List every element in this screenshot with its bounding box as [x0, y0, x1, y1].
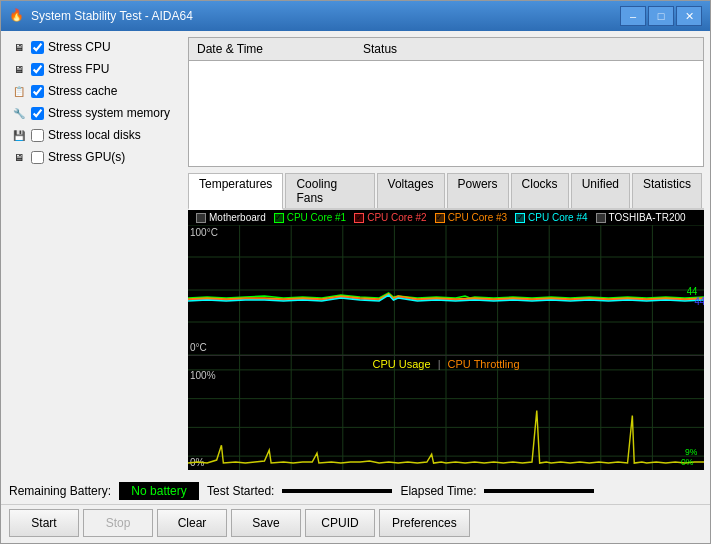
start-button[interactable]: Start [9, 509, 79, 537]
main-content: 🖥 Stress CPU 🖥 Stress FPU 📋 Stress cache… [1, 31, 710, 476]
cpu-usage-title: CPU Usage | CPU Throttling [373, 358, 520, 370]
chart-area: Motherboard ✓ CPU Core #1 ✓ CPU Core #2 [188, 210, 704, 470]
legend-core2-check: ✓ [354, 213, 364, 223]
memory-icon: 🔧 [11, 105, 27, 121]
legend-core4-label: CPU Core #4 [528, 212, 587, 223]
stress-cpu-label: Stress CPU [48, 40, 111, 54]
tab-voltages[interactable]: Voltages [377, 173, 445, 208]
legend-core1-label: CPU Core #1 [287, 212, 346, 223]
cpu-usage-chart-svg: 9% 0% [188, 356, 704, 470]
test-started-label: Test Started: [207, 484, 274, 498]
tab-unified[interactable]: Unified [571, 173, 630, 208]
stress-cpu-checkbox[interactable] [31, 41, 44, 54]
battery-value: No battery [119, 482, 199, 500]
button-bar: Start Stop Clear Save CPUID Preferences [1, 504, 710, 543]
save-button[interactable]: Save [231, 509, 301, 537]
stop-button[interactable]: Stop [83, 509, 153, 537]
cpu-usage-chart-wrapper: CPU Usage | CPU Throttling 100% 0% [188, 355, 704, 470]
test-started-value [282, 489, 392, 493]
temperature-chart-svg: 44 44 [188, 225, 704, 355]
svg-text:44: 44 [694, 296, 704, 307]
legend-toshiba: TOSHIBA-TR200 [596, 212, 686, 223]
stress-gpu-checkbox[interactable] [31, 151, 44, 164]
title-bar: 🔥 System Stability Test - AIDA64 – □ ✕ [1, 1, 710, 31]
cpu-icon: 🖥 [11, 39, 27, 55]
separator: | [438, 358, 441, 370]
elapsed-value [484, 489, 594, 493]
stress-cpu-item: 🖥 Stress CPU [7, 37, 182, 57]
status-table-header: Date & Time Status [189, 38, 703, 61]
window-title: System Stability Test - AIDA64 [31, 9, 620, 23]
tab-bar: Temperatures Cooling Fans Voltages Power… [188, 173, 704, 210]
legend-core2: ✓ CPU Core #2 [354, 212, 426, 223]
cpuid-button[interactable]: CPUID [305, 509, 375, 537]
window-controls: – □ ✕ [620, 6, 702, 26]
stress-fpu-checkbox[interactable] [31, 63, 44, 76]
svg-text:9%: 9% [685, 447, 698, 457]
legend-motherboard-label: Motherboard [209, 212, 266, 223]
close-button[interactable]: ✕ [676, 6, 702, 26]
cache-icon: 📋 [11, 83, 27, 99]
battery-label: Remaining Battery: [9, 484, 111, 498]
clear-button[interactable]: Clear [157, 509, 227, 537]
tab-powers[interactable]: Powers [447, 173, 509, 208]
disk-icon: 💾 [11, 127, 27, 143]
preferences-button[interactable]: Preferences [379, 509, 470, 537]
status-column-header: Status [363, 42, 397, 56]
tabs-section: Temperatures Cooling Fans Voltages Power… [188, 173, 704, 470]
main-window: 🔥 System Stability Test - AIDA64 – □ ✕ 🖥… [0, 0, 711, 544]
stress-disks-item: 💾 Stress local disks [7, 125, 182, 145]
right-panel: Date & Time Status Temperatures Cooling … [188, 37, 704, 470]
stress-disks-checkbox[interactable] [31, 129, 44, 142]
gpu-icon: 🖥 [11, 149, 27, 165]
app-icon: 🔥 [9, 8, 25, 24]
bottom-status-bar: Remaining Battery: No battery Test Start… [1, 476, 710, 504]
legend-core1: ✓ CPU Core #1 [274, 212, 346, 223]
stress-fpu-label: Stress FPU [48, 62, 109, 76]
temperature-legend: Motherboard ✓ CPU Core #1 ✓ CPU Core #2 [188, 210, 704, 225]
legend-toshiba-check [596, 213, 606, 223]
legend-core3: ✓ CPU Core #3 [435, 212, 507, 223]
stress-cache-label: Stress cache [48, 84, 117, 98]
tab-statistics[interactable]: Statistics [632, 173, 702, 208]
fpu-icon: 🖥 [11, 61, 27, 77]
stress-memory-label: Stress system memory [48, 106, 170, 120]
status-table: Date & Time Status [188, 37, 704, 167]
elapsed-label: Elapsed Time: [400, 484, 476, 498]
tab-clocks[interactable]: Clocks [511, 173, 569, 208]
legend-core2-label: CPU Core #2 [367, 212, 426, 223]
tab-cooling-fans[interactable]: Cooling Fans [285, 173, 374, 208]
minimize-button[interactable]: – [620, 6, 646, 26]
stress-memory-checkbox[interactable] [31, 107, 44, 120]
stress-memory-item: 🔧 Stress system memory [7, 103, 182, 123]
stress-cache-checkbox[interactable] [31, 85, 44, 98]
stress-options-panel: 🖥 Stress CPU 🖥 Stress FPU 📋 Stress cache… [7, 37, 182, 470]
legend-core3-label: CPU Core #3 [448, 212, 507, 223]
legend-toshiba-label: TOSHIBA-TR200 [609, 212, 686, 223]
stress-gpu-label: Stress GPU(s) [48, 150, 125, 164]
stress-disks-label: Stress local disks [48, 128, 141, 142]
legend-core4-check: ✓ [515, 213, 525, 223]
stress-cache-item: 📋 Stress cache [7, 81, 182, 101]
tab-temperatures[interactable]: Temperatures [188, 173, 283, 210]
maximize-button[interactable]: □ [648, 6, 674, 26]
legend-motherboard: Motherboard [196, 212, 266, 223]
legend-core3-check: ✓ [435, 213, 445, 223]
stress-fpu-item: 🖥 Stress FPU [7, 59, 182, 79]
legend-core1-check: ✓ [274, 213, 284, 223]
stress-gpu-item: 🖥 Stress GPU(s) [7, 147, 182, 167]
svg-text:0%: 0% [681, 457, 694, 467]
temperature-chart-wrapper: Motherboard ✓ CPU Core #1 ✓ CPU Core #2 [188, 210, 704, 355]
legend-motherboard-check [196, 213, 206, 223]
legend-core4: ✓ CPU Core #4 [515, 212, 587, 223]
temperature-chart: 100°C 0°C [188, 225, 704, 355]
datetime-column-header: Date & Time [197, 42, 263, 56]
